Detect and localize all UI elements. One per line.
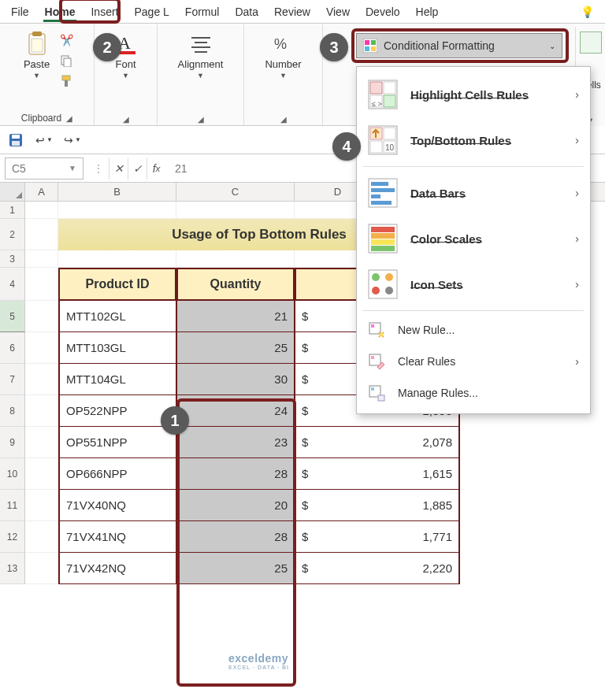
cell-price[interactable]: $2,078 — [295, 427, 460, 458]
cell-product-id[interactable]: MTT103GL — [58, 332, 176, 364]
cell-quantity[interactable]: 23 — [176, 427, 295, 458]
cell[interactable] — [58, 250, 176, 268]
cell-price[interactable]: $1,615 — [295, 458, 460, 490]
menu-data-bars[interactable]: Data Bars › — [357, 170, 590, 216]
menu-formulas[interactable]: Formul — [177, 2, 228, 21]
row-header[interactable]: 9 — [0, 427, 25, 458]
cell-product-id[interactable]: 71VX42NQ — [58, 553, 176, 584]
menu-help[interactable]: Help — [408, 2, 447, 21]
enter-formula-button[interactable]: ✓ — [128, 157, 147, 180]
cell-price[interactable]: $1,771 — [295, 521, 460, 553]
number-group-button[interactable]: % Number ▼ — [260, 28, 306, 83]
cell-quantity[interactable]: 28 — [176, 521, 295, 553]
menu-clear-rules[interactable]: Clear Rules › — [357, 346, 590, 377]
copy-button[interactable] — [58, 52, 75, 69]
redo-button[interactable]: ↪▼ — [63, 131, 82, 150]
cell[interactable] — [176, 250, 295, 268]
cell-product-id[interactable]: MTT102GL — [58, 301, 176, 332]
dialog-launcher-icon[interactable]: ◢ — [66, 114, 72, 123]
cell[interactable] — [176, 202, 295, 219]
cell[interactable] — [25, 219, 58, 250]
menu-page-layout[interactable]: Page L — [126, 2, 176, 21]
conditional-formatting-button[interactable]: Conditional Formatting ⌄ — [356, 33, 562, 58]
cell-quantity[interactable]: 21 — [176, 301, 295, 332]
expand-icon[interactable]: ⋮ — [88, 162, 109, 175]
cell-quantity[interactable]: 25 — [176, 553, 295, 584]
cell-price[interactable]: $1,885 — [295, 490, 460, 521]
column-header[interactable]: C — [176, 183, 295, 201]
menu-top-bottom-rules[interactable]: 10 Top/Bottom Rules › — [357, 117, 590, 163]
menu-icon-sets[interactable]: Icon Sets › — [357, 261, 590, 307]
fx-button[interactable]: fx — [147, 157, 165, 180]
row-header[interactable]: 5 — [0, 301, 25, 332]
menu-insert[interactable]: Insert — [83, 2, 126, 21]
cell[interactable] — [25, 364, 58, 395]
cell-quantity[interactable]: 28 — [176, 458, 295, 490]
column-header[interactable]: B — [58, 183, 176, 201]
column-header[interactable]: A — [25, 183, 58, 201]
cut-button[interactable]: ✂️ — [58, 31, 75, 49]
cell[interactable] — [58, 202, 176, 219]
select-all-button[interactable] — [0, 183, 25, 201]
menu-review[interactable]: Review — [266, 2, 318, 21]
cell-quantity[interactable]: 24 — [176, 395, 295, 427]
row-header[interactable]: 1 — [0, 202, 25, 219]
cell[interactable] — [25, 427, 58, 458]
menu-manage-rules[interactable]: Manage Rules... — [357, 377, 590, 409]
cell[interactable] — [25, 332, 58, 364]
row-header[interactable]: 7 — [0, 364, 25, 395]
menu-data[interactable]: Data — [227, 2, 266, 21]
menu-home[interactable]: Home — [37, 2, 84, 21]
cell-price[interactable]: $2,220 — [295, 553, 460, 584]
cell-quantity[interactable]: 25 — [176, 332, 295, 364]
cell[interactable] — [25, 202, 58, 219]
save-button[interactable] — [6, 131, 25, 150]
cell[interactable] — [25, 250, 58, 268]
cell-product-id[interactable]: OP522NPP — [58, 395, 176, 427]
svg-point-46 — [385, 273, 393, 281]
cell[interactable] — [25, 395, 58, 427]
row-header[interactable]: 4 — [0, 268, 25, 301]
cancel-formula-button[interactable]: ✕ — [109, 157, 128, 180]
menu-item-label: New Rule... — [398, 324, 455, 336]
dialog-launcher-icon[interactable]: ◢ — [123, 115, 129, 124]
cell[interactable] — [25, 458, 58, 490]
row-header[interactable]: 13 — [0, 553, 25, 584]
cell-quantity[interactable]: 30 — [176, 364, 295, 395]
menu-file[interactable]: File — [3, 2, 37, 21]
row-header[interactable]: 10 — [0, 458, 25, 490]
cell[interactable] — [25, 301, 58, 332]
cell[interactable] — [25, 490, 58, 521]
dropdown-icon[interactable]: ▼ — [69, 164, 76, 172]
row-header[interactable]: 2 — [0, 219, 25, 250]
alignment-group-button[interactable]: Alignment ▼ — [173, 28, 228, 83]
name-box[interactable]: C5 ▼ — [5, 157, 84, 180]
cell-product-id[interactable]: OP666NPP — [58, 458, 176, 490]
cell[interactable] — [25, 521, 58, 553]
cell[interactable] — [25, 553, 58, 584]
format-painter-button[interactable] — [58, 72, 75, 90]
menu-highlight-cells-rules[interactable]: ≤ > Highlight Cells Rules › — [357, 72, 590, 117]
cell-product-id[interactable]: MTT104GL — [58, 364, 176, 395]
row-header[interactable]: 6 — [0, 332, 25, 364]
dialog-launcher-icon[interactable]: ◢ — [198, 115, 204, 124]
row-header[interactable]: 12 — [0, 521, 25, 553]
cell-product-id[interactable]: 71VX41NQ — [58, 521, 176, 553]
cell-product-id[interactable]: 71VX40NQ — [58, 490, 176, 521]
cell-quantity[interactable]: 20 — [176, 490, 295, 521]
tell-me-icon[interactable]: 💡 — [573, 2, 602, 21]
insert-cells-icon[interactable] — [580, 31, 602, 54]
menu-new-rule[interactable]: New Rule... — [357, 314, 590, 346]
paste-button[interactable]: Paste ▼ — [19, 28, 54, 90]
svg-rect-55 — [371, 387, 374, 391]
menu-view[interactable]: View — [318, 2, 358, 21]
cell[interactable] — [25, 268, 58, 301]
cell-product-id[interactable]: OP551NPP — [58, 427, 176, 458]
row-header[interactable]: 8 — [0, 395, 25, 427]
row-header[interactable]: 3 — [0, 250, 25, 268]
row-header[interactable]: 11 — [0, 490, 25, 521]
menu-developer[interactable]: Develo — [358, 2, 408, 21]
menu-color-scales[interactable]: Color Scales › — [357, 216, 590, 261]
undo-button[interactable]: ↩▼ — [35, 131, 54, 150]
dialog-launcher-icon[interactable]: ◢ — [280, 115, 287, 124]
